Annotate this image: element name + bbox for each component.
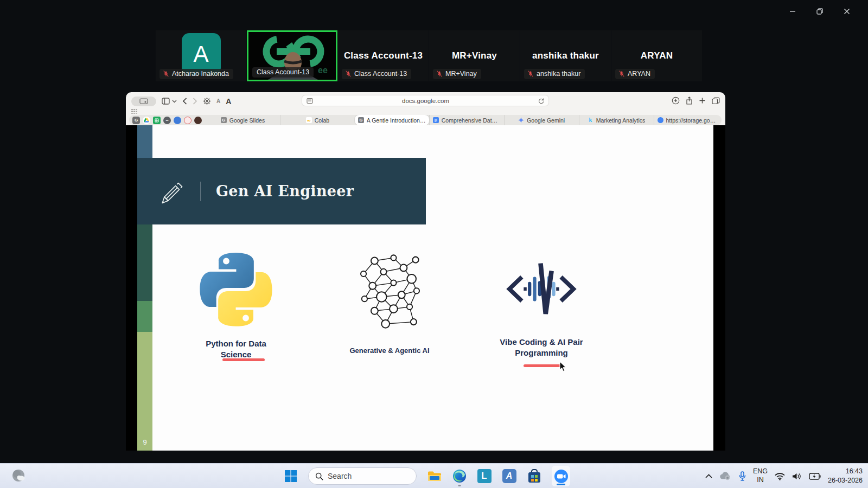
tray-chevron-up-icon[interactable] — [705, 474, 712, 478]
participant-name-label: Atcharao Inakonda — [159, 69, 233, 79]
shared-browser-window: A A docs.google.com G — [126, 92, 725, 451]
address-url: docs.google.com — [313, 98, 538, 104]
close-button[interactable] — [841, 5, 853, 17]
share-button[interactable] — [686, 97, 693, 105]
onedrive-icon[interactable] — [719, 472, 732, 480]
forward-button[interactable] — [193, 98, 197, 105]
paint-app-button[interactable]: A — [502, 469, 516, 484]
participant-strip: A Atcharao Inakonda ee Class Acc — [156, 30, 703, 81]
python-logo-icon — [195, 249, 277, 330]
app-l-icon: L — [477, 469, 492, 483]
slide-title: Gen AI Engineer — [216, 183, 354, 200]
edge-icon — [452, 469, 467, 483]
vibe-coding-icon — [503, 257, 579, 321]
mic-muted-icon — [163, 70, 169, 77]
mic-muted-icon — [527, 70, 534, 77]
file-explorer-button[interactable] — [427, 469, 442, 484]
volume-icon[interactable] — [792, 472, 802, 480]
wifi-icon[interactable] — [775, 472, 785, 480]
pinned-tab-blue-app-icon[interactable] — [174, 117, 181, 124]
participant-name-text: anshika thakur — [537, 70, 580, 78]
tab-storage-googleapis[interactable]: https://storage.googleapis.c... — [654, 115, 722, 125]
font-larger-button[interactable]: A — [226, 97, 231, 106]
participant-tile[interactable]: ARYAN ARYAN — [611, 30, 702, 81]
clock-time: 16:43 — [828, 467, 863, 477]
battery-charging-icon[interactable] — [809, 473, 821, 480]
tab-preview-button[interactable] — [131, 97, 156, 106]
chevron-down-icon — [172, 100, 177, 103]
bookmarks-grid-icon[interactable] — [131, 109, 137, 114]
tab-marketing-analytics[interactable]: k Marketing Analytics — [579, 115, 654, 125]
participant-name-text: ARYAN — [628, 70, 650, 78]
browser-content: 9 Gen AI Engineer — [126, 125, 725, 451]
reader-icon[interactable] — [307, 98, 313, 104]
watermark-text: ee — [318, 66, 328, 75]
tab-google-slides[interactable]: G Google Slides — [206, 115, 280, 125]
paint-a-icon: A — [502, 469, 516, 483]
participant-tile-video[interactable]: ee Class Account-13 — [247, 30, 337, 81]
participant-name-label: ARYAN — [615, 69, 655, 79]
participant-tile[interactable]: MR+Vinay MR+Vinay — [429, 30, 520, 81]
taskbar-search[interactable] — [308, 467, 417, 485]
red-underline — [524, 364, 563, 367]
taskbar-clock[interactable]: 16:43 26-03-2026 — [828, 467, 863, 486]
participant-name-label: anshika thakur — [524, 69, 585, 79]
edge-browser-button[interactable] — [452, 469, 467, 484]
kaggle-icon: k — [588, 117, 593, 123]
tab-colab[interactable]: ∞ Colab — [280, 115, 355, 125]
restore-button[interactable] — [814, 5, 826, 17]
search-input[interactable] — [328, 472, 404, 480]
windows-logo-icon — [284, 470, 297, 483]
participant-name-text: Class Account-13 — [257, 68, 309, 76]
minimize-button[interactable] — [787, 5, 799, 17]
mic-muted-icon — [436, 70, 443, 77]
tab-overview-button[interactable] — [712, 97, 720, 105]
mic-muted-icon — [618, 70, 625, 77]
back-button[interactable] — [182, 98, 187, 105]
microsoft-store-button[interactable] — [527, 469, 541, 484]
tab-google-gemini[interactable]: Google Gemini — [504, 115, 579, 125]
mic-muted-icon — [345, 70, 352, 77]
neural-network-icon — [358, 252, 423, 335]
zoom-app-button[interactable] — [552, 466, 570, 486]
clock-date: 26-03-2026 — [828, 476, 863, 486]
pinned-tab-red-ring-icon[interactable] — [184, 117, 192, 124]
participant-tile[interactable]: anshika thakur anshika thakur — [520, 30, 611, 81]
restore-icon — [816, 8, 824, 15]
globe-icon — [658, 117, 663, 123]
participant-tile[interactable]: A Atcharao Inakonda — [156, 30, 246, 81]
tab-comprehensive-data-analysis[interactable]: Comprehensive Data Analysi... — [429, 115, 504, 125]
font-smaller-button[interactable]: A — [216, 98, 220, 104]
download-button[interactable] — [672, 97, 680, 105]
participant-tile[interactable]: Class Account-13 Class Account-13 — [338, 30, 429, 81]
start-button[interactable] — [283, 469, 298, 484]
google-slides-icon: G — [221, 117, 227, 123]
sidebar-icon — [162, 98, 170, 105]
language-indicator[interactable]: ENG IN — [753, 467, 768, 484]
pinned-tab-sheets-icon[interactable] — [153, 117, 161, 124]
search-icon — [315, 472, 323, 480]
sidebar-button[interactable] — [162, 98, 177, 105]
new-tab-button[interactable] — [699, 97, 706, 104]
slide-item-label: Vibe Coding & AI Pair Programming — [490, 337, 593, 359]
pinned-tab-gfg-icon[interactable]: G — [132, 117, 140, 124]
settings-gear-icon[interactable] — [203, 97, 211, 105]
slide-page-number: 9 — [143, 438, 146, 451]
pinned-tab-drive-icon[interactable] — [143, 117, 150, 124]
pinned-tab-infinity-icon[interactable]: ∞ — [163, 117, 171, 124]
refresh-icon[interactable] — [538, 98, 544, 104]
avatar-letter: A — [193, 41, 208, 67]
sheets-grid-icon — [155, 118, 159, 123]
pinned-tabs: G ∞ — [129, 117, 206, 124]
address-bar[interactable]: docs.google.com — [302, 95, 549, 106]
participant-name-label: Class Account-13 — [252, 67, 314, 78]
gemini-sparkle-icon — [518, 117, 524, 123]
tab-active-gentle-introduction[interactable]: G A Gentle Introduction to Yo... — [355, 115, 429, 125]
widgets-weather-button[interactable] — [11, 468, 27, 486]
zoom-window-controls — [787, 5, 853, 17]
mic-active-icon[interactable] — [739, 471, 746, 481]
close-icon — [843, 8, 851, 15]
app-l-button[interactable]: L — [477, 469, 492, 484]
pinned-tab-avatar-icon[interactable] — [194, 117, 202, 124]
windows-taskbar: L A — [0, 463, 868, 488]
